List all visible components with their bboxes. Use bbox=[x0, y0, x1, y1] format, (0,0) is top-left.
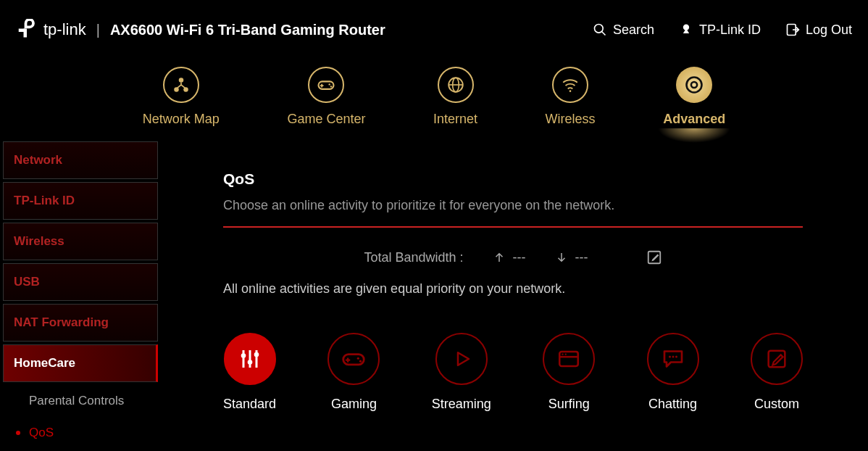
main-content: QoS Choose an online activity to priorit… bbox=[158, 141, 868, 447]
svg-point-22 bbox=[241, 353, 246, 358]
sidebar-sub-qos[interactable]: QoS bbox=[3, 417, 158, 449]
svg-point-2 bbox=[594, 25, 603, 33]
svg-point-27 bbox=[359, 360, 362, 363]
svg-point-11 bbox=[330, 86, 332, 87]
priority-description: All online activities are given equal pr… bbox=[223, 281, 803, 297]
play-icon bbox=[451, 348, 472, 370]
product-name: AX6600 Wi-Fi 6 Tri-Band Gaming Router bbox=[110, 22, 385, 38]
svg-line-3 bbox=[601, 32, 605, 36]
logout-button[interactable]: Log Out bbox=[785, 22, 852, 38]
logout-label: Log Out bbox=[806, 22, 852, 38]
svg-rect-1 bbox=[24, 29, 28, 38]
sidebar-item-usb[interactable]: USB bbox=[3, 263, 158, 301]
page-description: Choose an online activity to prioritize … bbox=[223, 198, 803, 228]
qos-mode-gaming[interactable]: Gaming bbox=[327, 333, 380, 412]
edit-note-icon bbox=[764, 347, 789, 371]
qos-mode-streaming[interactable]: Streaming bbox=[432, 333, 491, 412]
network-map-icon bbox=[172, 75, 191, 94]
topnav-label: Internet bbox=[433, 112, 477, 127]
qos-mode-surfing[interactable]: Surfing bbox=[543, 333, 595, 412]
sidebar: Network TP-Link ID Wireless USB NAT Forw… bbox=[0, 141, 158, 447]
qos-mode-label: Standard bbox=[223, 397, 276, 412]
page-title: QoS bbox=[223, 170, 803, 188]
arrow-up-icon bbox=[493, 251, 506, 264]
sidebar-item-homecare[interactable]: HomeCare bbox=[3, 344, 158, 382]
download-stat: --- bbox=[555, 250, 588, 265]
qos-mode-label: Surfing bbox=[548, 397, 590, 412]
header: tp-link | AX6600 Wi-Fi 6 Tri-Band Gaming… bbox=[0, 0, 868, 59]
upload-value: --- bbox=[513, 250, 526, 265]
qos-mode-label: Chatting bbox=[648, 397, 697, 412]
brand-text: tp-link bbox=[43, 20, 86, 39]
browser-icon bbox=[556, 347, 581, 371]
qos-mode-chatting[interactable]: Chatting bbox=[647, 333, 699, 412]
sidebar-sub-parental[interactable]: Parental Controls bbox=[3, 385, 158, 417]
logout-icon bbox=[785, 22, 800, 37]
topnav-advanced[interactable]: Advanced bbox=[663, 67, 725, 127]
chat-icon bbox=[660, 346, 686, 372]
header-divider: | bbox=[96, 22, 100, 38]
sidebar-item-nat[interactable]: NAT Forwarding bbox=[3, 304, 158, 342]
sliders-icon bbox=[237, 346, 263, 372]
topnav-label: Game Center bbox=[287, 112, 365, 127]
edit-icon bbox=[646, 249, 662, 265]
svg-point-23 bbox=[247, 360, 252, 365]
qos-modes-row: Standard Gaming bbox=[223, 333, 803, 412]
qos-mode-label: Streaming bbox=[432, 397, 491, 412]
search-label: Search bbox=[613, 22, 654, 38]
qos-mode-standard[interactable]: Standard bbox=[223, 333, 276, 412]
header-right: Search TP-Link ID Log Out bbox=[593, 22, 852, 38]
svg-point-34 bbox=[675, 356, 677, 358]
qos-mode-label: Gaming bbox=[331, 397, 377, 412]
download-value: --- bbox=[575, 250, 588, 265]
svg-point-30 bbox=[562, 353, 564, 355]
sidebar-item-wireless[interactable]: Wireless bbox=[3, 223, 158, 260]
topnav-internet[interactable]: Internet bbox=[433, 67, 477, 127]
bandwidth-label: Total Bandwidth : bbox=[364, 250, 463, 265]
gamepad-icon bbox=[316, 75, 336, 95]
tplink-logo-icon bbox=[16, 19, 38, 41]
svg-point-17 bbox=[691, 82, 697, 88]
topnav-wireless[interactable]: Wireless bbox=[546, 67, 596, 127]
edit-bandwidth-button[interactable] bbox=[646, 249, 662, 265]
svg-point-26 bbox=[357, 357, 359, 360]
topnav-network-map[interactable]: Network Map bbox=[143, 67, 220, 127]
svg-point-15 bbox=[569, 90, 572, 92]
search-icon bbox=[593, 22, 607, 37]
topnav-label: Network Map bbox=[143, 112, 220, 127]
arrow-down-icon bbox=[555, 251, 568, 264]
svg-point-10 bbox=[329, 83, 330, 85]
qos-mode-label: Custom bbox=[754, 397, 799, 412]
bandwidth-row: Total Bandwidth : --- --- bbox=[223, 249, 803, 265]
svg-point-32 bbox=[669, 356, 671, 358]
qos-mode-custom[interactable]: Custom bbox=[751, 333, 803, 412]
topnav-label: Advanced bbox=[663, 112, 725, 127]
sidebar-item-tplink-id[interactable]: TP-Link ID bbox=[3, 182, 158, 220]
svg-point-31 bbox=[565, 353, 567, 355]
sidebar-item-network[interactable]: Network bbox=[3, 141, 158, 179]
gamepad-icon bbox=[340, 345, 367, 373]
wifi-icon bbox=[561, 75, 580, 94]
account-button[interactable]: TP-Link ID bbox=[679, 22, 761, 38]
upload-stat: --- bbox=[493, 250, 526, 265]
topnav-label: Wireless bbox=[546, 112, 596, 127]
account-icon bbox=[679, 22, 693, 37]
globe-icon bbox=[446, 75, 465, 94]
svg-point-24 bbox=[254, 352, 259, 357]
account-label: TP-Link ID bbox=[699, 22, 761, 38]
topnav-game-center[interactable]: Game Center bbox=[287, 67, 365, 127]
brand-logo: tp-link bbox=[16, 19, 86, 41]
svg-point-33 bbox=[672, 356, 674, 358]
search-button[interactable]: Search bbox=[593, 22, 654, 38]
gear-icon bbox=[684, 75, 704, 95]
top-nav: Network Map Game Center Internet bbox=[0, 59, 868, 141]
svg-point-6 bbox=[179, 78, 184, 83]
svg-point-16 bbox=[687, 78, 702, 93]
